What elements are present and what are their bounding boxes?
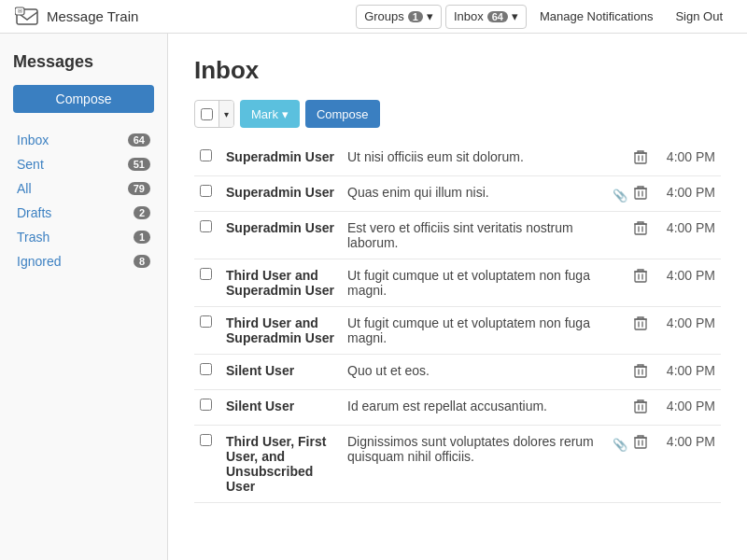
mark-button[interactable]: Mark ▾ [240,100,300,128]
time-cell: 4:00 PM [655,355,721,390]
delete-button[interactable] [631,149,650,167]
sidebar-item-sent: Sent 51 [13,152,154,176]
table-row[interactable]: Third User and Superadmin User Ut fugit … [194,259,721,307]
time-cell: 4:00 PM [655,426,721,503]
sender-cell: Silent User [220,390,342,426]
row-checkbox-6[interactable] [200,399,212,411]
trash-icon [634,434,647,449]
sender-cell: Third User and Superadmin User [220,307,342,355]
svg-text:✉: ✉ [18,8,22,14]
table-row[interactable]: Silent User Quo ut et eos. 4:00 PM [194,355,721,390]
row-checkbox-0[interactable] [200,149,212,161]
delete-button[interactable] [631,315,650,333]
subject-cell: Id earum est repellat accusantium. [342,390,607,426]
svg-rect-4 [635,189,646,199]
row-checkbox-2[interactable] [200,220,212,232]
time-cell: 4:00 PM [655,141,721,176]
sidebar-link-ignored[interactable]: Ignored [17,254,61,269]
sidebar-count-all: 79 [128,182,150,195]
svg-rect-3 [635,153,646,163]
svg-rect-5 [635,224,646,234]
row-checkbox-cell [194,355,220,390]
trash-icon [634,185,647,200]
delete-button[interactable] [631,434,650,452]
compose-button[interactable]: Compose [305,100,380,128]
delete-button[interactable] [631,185,650,203]
sidebar-link-inbox[interactable]: Inbox [17,133,49,147]
toolbar: ▾ Mark ▾ Compose [194,100,721,128]
row-checkbox-cell [194,259,220,307]
subject-cell: Ut nisi officiis eum sit dolorum. [342,141,607,176]
action-icons-cell [607,390,655,426]
delete-button[interactable] [631,220,650,238]
table-row[interactable]: Silent User Id earum est repellat accusa… [194,390,721,426]
sidebar-item-ignored: Ignored 8 [13,249,154,273]
table-row[interactable]: Superadmin User Est vero et officiis sin… [194,212,721,259]
subject-cell: Quas enim qui illum nisi. [342,176,607,212]
row-checkbox-1[interactable] [200,185,212,197]
sidebar-compose-button[interactable]: Compose [13,85,154,113]
time-cell: 4:00 PM [655,307,721,355]
groups-count-badge: 1 [408,11,423,22]
main-content: Inbox ▾ Mark ▾ Compose Superadmin User U… [168,34,747,560]
sidebar-link-trash[interactable]: Trash [17,230,49,245]
subject-cell: Ut fugit cumque ut et voluptatem non fug… [342,259,607,307]
trash-icon [634,399,647,413]
mark-chevron-icon: ▾ [282,107,289,121]
action-icons-cell [607,259,655,307]
row-checkbox-cell [194,176,220,212]
row-checkbox-cell [194,212,220,259]
action-icons-cell: 📎 [607,426,655,503]
brand-name: Message Train [47,8,138,24]
table-row[interactable]: Third User, First User, and Unsubscribed… [194,426,721,503]
sidebar-item-all: All 79 [13,176,154,201]
row-checkbox-cell [194,390,220,426]
delete-button[interactable] [631,268,650,286]
inbox-count-badge: 64 [487,11,508,22]
sidebar-nav: Inbox 64 Sent 51 All 79 Drafts 2 Trash 1… [13,128,154,273]
action-icons-cell [607,307,655,355]
groups-dropdown[interactable]: Groups 1 ▾ [356,5,442,29]
row-checkbox-3[interactable] [200,268,212,280]
action-icons-cell: 📎 [607,176,655,212]
layout: Messages Compose Inbox 64 Sent 51 All 79… [0,34,747,560]
manage-notifications-link[interactable]: Manage Notifications [530,7,662,25]
sign-out-link[interactable]: Sign Out [666,7,732,25]
sidebar-count-inbox: 64 [128,133,150,147]
time-cell: 4:00 PM [655,259,721,307]
svg-rect-9 [635,402,646,413]
svg-rect-7 [635,319,646,329]
time-cell: 4:00 PM [655,176,721,212]
subject-cell: Quo ut et eos. [342,355,607,390]
sidebar-item-inbox: Inbox 64 [13,128,154,152]
select-all-checkbox[interactable] [201,108,213,120]
messages-table: Superadmin User Ut nisi officiis eum sit… [194,141,721,503]
sidebar-link-all[interactable]: All [17,181,32,196]
table-row[interactable]: Superadmin User Ut nisi officiis eum sit… [194,141,721,176]
inbox-dropdown[interactable]: Inbox 64 ▾ [445,5,527,29]
sidebar-link-drafts[interactable]: Drafts [17,205,51,220]
sidebar: Messages Compose Inbox 64 Sent 51 All 79… [0,34,168,560]
brand-icon: ✉ [15,5,39,29]
row-checkbox-4[interactable] [200,315,212,328]
table-row[interactable]: Third User and Superadmin User Ut fugit … [194,307,721,355]
row-checkbox-7[interactable] [200,434,212,446]
sidebar-count-trash: 1 [134,231,150,244]
svg-rect-8 [635,367,646,377]
row-checkbox-cell [194,307,220,355]
trash-icon [634,363,647,378]
delete-button[interactable] [631,399,650,416]
select-dropdown-arrow[interactable]: ▾ [218,101,233,127]
action-icons-cell [607,212,655,259]
groups-chevron-icon: ▾ [427,9,433,23]
trash-icon [634,315,647,330]
sender-cell: Superadmin User [220,141,342,176]
attachment-icon: 📎 [613,438,627,452]
sidebar-link-sent[interactable]: Sent [17,157,44,172]
subject-cell: Dignissimos sunt voluptates dolores reru… [342,426,607,503]
row-checkbox-5[interactable] [200,363,212,375]
sidebar-count-drafts: 2 [134,206,150,219]
delete-button[interactable] [631,363,650,381]
sender-cell: Superadmin User [220,212,342,259]
table-row[interactable]: Superadmin User Quas enim qui illum nisi… [194,176,721,212]
